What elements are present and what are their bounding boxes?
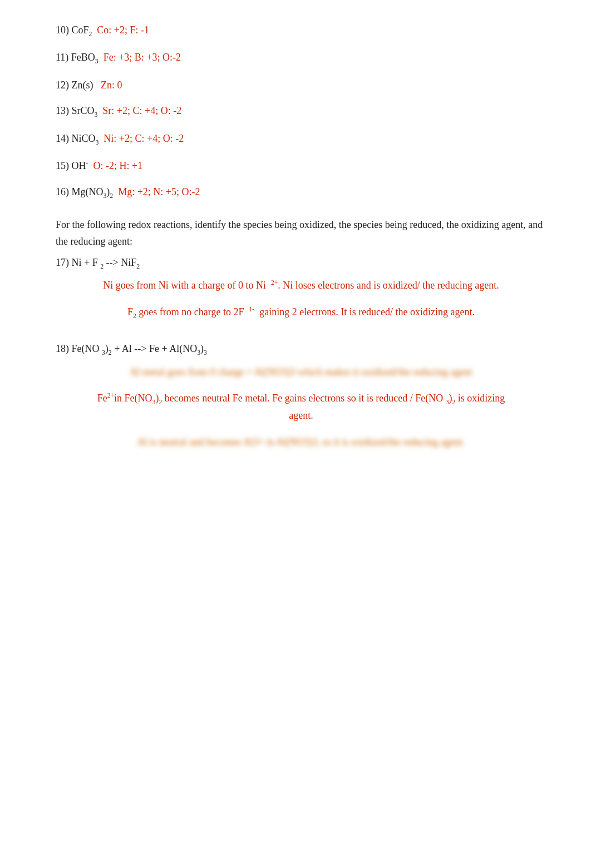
item-14-formula: 14) NiCO3: [56, 133, 104, 144]
reaction-18-blurred-note1: Al metal goes from 0 charge + Al(NO3)3 w…: [89, 364, 513, 381]
reaction-18-note1: Fe2+in Fe(NO3)2 becomes neutral Fe metal…: [89, 390, 513, 424]
reaction-17-equation: 17) Ni + F 2 --> NiF2: [56, 255, 546, 272]
item-10: 10) CoF2 Co: +2; F: -1: [56, 22, 546, 39]
item-12-answer: Zn: 0: [101, 80, 122, 91]
item-13: 13) SrCO3 Sr: +2; C: +4; O: -2: [56, 103, 546, 120]
item-15-answer: O: -2; H: +1: [93, 160, 142, 171]
item-13-formula: 13) SrCO3: [56, 105, 102, 116]
item-15: 15) OH- O: -2; H: +1: [56, 158, 546, 174]
item-13-answer: Sr: +2; C: +4; O: -2: [102, 105, 181, 116]
item-11-answer: Fe: +3; B: +3; O:-2: [104, 52, 181, 63]
item-16-answer: Mg: +2; N: +5; O:-2: [118, 186, 200, 197]
item-15-formula: 15) OH-: [56, 160, 93, 171]
item-10-number: 10) CoF2: [56, 24, 97, 36]
item-11: 11) FeBO3 Fe: +3; B: +3; O:-2: [56, 49, 546, 67]
reaction-17-note1: Ni goes from Ni with a charge of 0 to Ni…: [89, 277, 513, 294]
reaction-18-equation: 18) Fe(NO 3)2 + Al --> Fe + Al(NO3)3: [56, 341, 546, 358]
item-12-formula: 12) Zn(s): [56, 80, 101, 91]
intro-paragraph: For the following redox reactions, ident…: [56, 217, 546, 250]
item-16: 16) Mg(NO3)2 Mg: +2; N: +5; O:-2: [56, 184, 546, 201]
reaction-18-blurred-note2: Al is neutral and becomes Al3+ in Al(NO3…: [89, 434, 513, 451]
item-16-formula: 16) Mg(NO3)2: [56, 186, 118, 197]
item-12: 12) Zn(s) Zn: 0: [56, 77, 546, 93]
item-14-answer: Ni: +2; C: +4; O: -2: [104, 133, 184, 144]
item-10-answer: Co: +2; F: -1: [97, 24, 149, 36]
item-11-formula: 11) FeBO3: [56, 52, 104, 63]
item-14: 14) NiCO3 Ni: +2; C: +4; O: -2: [56, 131, 546, 148]
reaction-17-note2: F2 goes from no charge to 2F 1- gaining …: [89, 304, 513, 321]
